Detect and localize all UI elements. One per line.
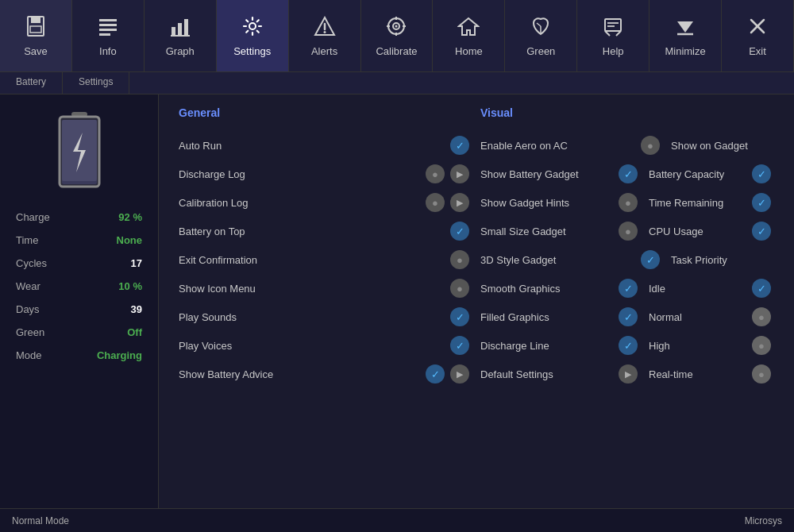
discharge-log-play[interactable]: ▶ [450, 164, 469, 183]
nav-graph[interactable]: Graph [145, 0, 217, 71]
home-label: Home [455, 45, 483, 57]
discharge-log-controls: ● ▶ [426, 164, 472, 183]
high-toggle[interactable]: ● [752, 336, 771, 355]
show-battery-advice-play[interactable]: ▶ [450, 364, 469, 384]
show-battery-advice-toggle[interactable]: ✓ [426, 364, 445, 384]
setting-small-size-gadget: Small Size Gadget ● CPU Usage ✓ [480, 217, 774, 245]
minimize-label: Minimize [665, 45, 705, 57]
main-layout: Charge 92 % Time None Cycles 17 Wear 10 … [0, 94, 794, 508]
time-remaining-toggle[interactable]: ✓ [752, 193, 771, 212]
svg-rect-7 [172, 27, 175, 35]
info-icon [97, 15, 119, 40]
stat-charge: Charge 92 % [12, 206, 146, 229]
discharge-log-toggle[interactable]: ● [426, 164, 445, 183]
real-time-toggle[interactable]: ● [752, 364, 771, 384]
normal-toggle[interactable]: ● [752, 307, 771, 326]
svg-rect-5 [99, 29, 117, 31]
cpu-usage-toggle[interactable]: ✓ [752, 222, 771, 241]
time-value: None [117, 234, 143, 246]
nav-help[interactable]: Help [577, 0, 649, 71]
setting-battery-on-top: Battery on Top ✓ [179, 217, 472, 245]
smooth-graphics-controls: ✓ [619, 279, 641, 298]
stats-table: Charge 92 % Time None Cycles 17 Wear 10 … [12, 206, 146, 367]
charge-label: Charge [16, 211, 50, 223]
show-battery-gadget-toggle[interactable]: ✓ [619, 164, 638, 183]
setting-show-gadget-hints: Show Gadget Hints ● Time Remaining ✓ [480, 188, 774, 217]
battery-on-top-label: Battery on Top [179, 226, 450, 237]
play-sounds-controls: ✓ [450, 307, 472, 326]
auto-run-toggle[interactable]: ✓ [450, 136, 469, 155]
svg-point-17 [395, 25, 398, 27]
nav-save[interactable]: Save [0, 0, 72, 71]
green-stat-value: Off [127, 326, 142, 338]
setting-discharge-log: Discharge Log ● ▶ [179, 160, 472, 188]
show-icon-menu-toggle[interactable]: ● [450, 279, 469, 298]
help-label: Help [603, 45, 624, 57]
discharge-line-toggle[interactable]: ✓ [619, 336, 638, 355]
svg-rect-3 [99, 19, 117, 21]
green-stat-label: Green [16, 326, 44, 338]
breadcrumb: Battery Settings [0, 72, 794, 94]
stat-cycles: Cycles 17 [12, 252, 146, 275]
save-label: Save [24, 45, 48, 57]
calibration-log-toggle[interactable]: ● [426, 193, 445, 212]
graph-label: Graph [166, 45, 195, 57]
battery-capacity-toggle[interactable]: ✓ [752, 164, 771, 183]
play-voices-toggle[interactable]: ✓ [450, 336, 469, 355]
nav-minimize[interactable]: Minimize [649, 0, 722, 71]
setting-filled-graphics: Filled Graphics ✓ Normal ● [480, 303, 774, 331]
cpu-usage-label: CPU Usage [641, 226, 752, 237]
nav-alerts[interactable]: Alerts [289, 0, 361, 71]
exit-confirmation-toggle[interactable]: ● [450, 250, 469, 269]
setting-calibration-log: Calibration Log ● ▶ [179, 188, 472, 217]
smooth-graphics-toggle[interactable]: ✓ [619, 279, 638, 298]
play-sounds-toggle[interactable]: ✓ [450, 307, 469, 326]
idle-toggle[interactable]: ✓ [752, 279, 771, 298]
nav-calibrate[interactable]: Calibrate [361, 0, 434, 71]
show-gadget-hints-toggle[interactable]: ● [619, 193, 638, 212]
green-icon [530, 15, 552, 40]
exit-confirmation-controls: ● [450, 250, 472, 269]
right-panel: General Auto Run ✓ Discharge Log ● ▶ [159, 94, 794, 508]
nav-exit[interactable]: Exit [722, 0, 794, 71]
nav-info[interactable]: Info [72, 0, 145, 71]
stat-mode: Mode Charging [12, 344, 146, 367]
filled-graphics-label: Filled Graphics [480, 311, 619, 323]
setting-show-battery-gadget: Show Battery Gadget ✓ Battery Capacity ✓ [480, 160, 774, 188]
smooth-graphics-label: Smooth Graphics [480, 283, 619, 295]
nav-settings[interactable]: Settings [217, 0, 289, 71]
setting-default-settings: Default Settings ▶ Real-time ● [480, 360, 774, 388]
breadcrumb-settings: Settings [63, 72, 129, 94]
svg-point-14 [323, 31, 326, 33]
enable-aero-toggle[interactable]: ● [641, 136, 660, 155]
setting-discharge-line: Discharge Line ✓ High ● [480, 331, 774, 360]
green-label: Green [526, 45, 555, 57]
help-icon [602, 15, 624, 40]
svg-rect-2 [30, 26, 41, 33]
home-icon [457, 15, 480, 40]
svg-rect-4 [99, 24, 117, 26]
small-size-gadget-toggle[interactable]: ● [619, 222, 638, 241]
calibration-log-controls: ● ▶ [426, 193, 472, 212]
visual-column: Visual Enable Aero on AC ● Show on Gadge… [472, 106, 774, 388]
status-right: Microsys [745, 515, 782, 526]
calibration-log-play[interactable]: ▶ [450, 193, 469, 212]
default-settings-play[interactable]: ▶ [619, 364, 638, 384]
nav-green[interactable]: Green [505, 0, 577, 71]
wear-label: Wear [16, 280, 40, 292]
3d-style-gadget-toggle[interactable]: ✓ [641, 250, 660, 269]
battery-on-top-toggle[interactable]: ✓ [450, 222, 469, 241]
stat-time: Time None [12, 229, 146, 252]
time-remaining-label: Time Remaining [641, 197, 752, 209]
breadcrumb-battery: Battery [0, 72, 63, 94]
visual-title: Visual [480, 106, 774, 119]
default-settings-label: Default Settings [480, 368, 619, 380]
play-voices-label: Play Voices [179, 340, 450, 352]
nav-home[interactable]: Home [433, 0, 505, 71]
svg-marker-30 [677, 21, 693, 33]
stat-days: Days 39 [12, 298, 146, 321]
setting-show-icon-menu: Show Icon Menu ● [179, 274, 472, 303]
filled-graphics-toggle[interactable]: ✓ [619, 307, 638, 326]
svg-line-24 [537, 23, 541, 26]
settings-columns: General Auto Run ✓ Discharge Log ● ▶ [179, 106, 774, 388]
